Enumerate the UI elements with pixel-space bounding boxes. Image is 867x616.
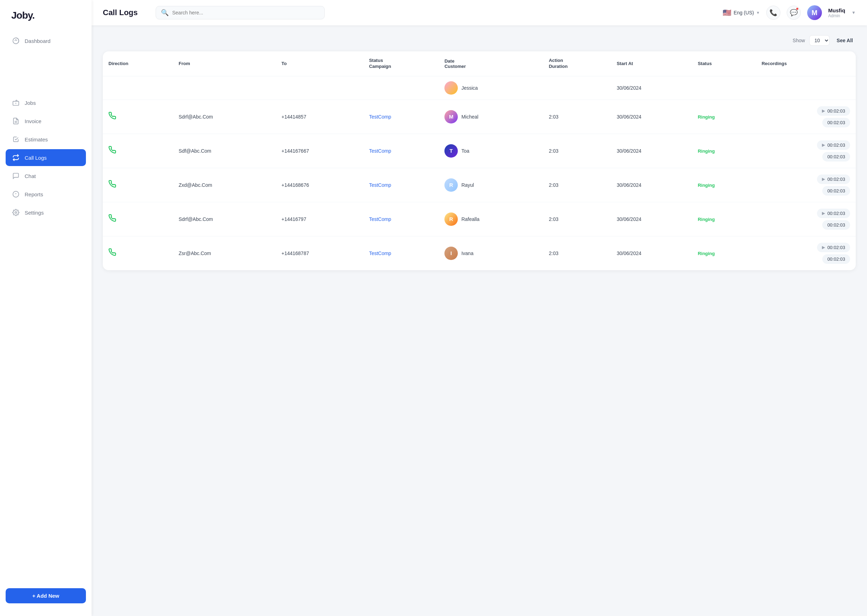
add-new-button[interactable]: + Add New <box>6 588 86 603</box>
customer-cell: I Ivana <box>439 236 543 270</box>
status-badge: Ringing <box>698 148 714 154</box>
settings-icon <box>12 209 20 216</box>
col-status-campaign: StatusCampaign <box>363 51 439 76</box>
col-date-customer: DateCustomer <box>439 51 543 76</box>
recording-item[interactable]: 00:02:03 <box>822 186 850 196</box>
play-chevron-icon: ▶ <box>822 143 825 148</box>
sidebar-item-dashboard[interactable]: Dashboard <box>6 32 86 49</box>
search-input[interactable] <box>172 6 319 19</box>
user-role: Admin <box>828 13 845 18</box>
campaign-link[interactable]: TestComp <box>369 250 391 256</box>
recordings-cell <box>756 76 856 99</box>
sidebar-item-settings[interactable]: Settings <box>6 204 86 221</box>
recordings-cell: ▶ 00:02:03 00:02:03 <box>756 134 856 168</box>
customer-cell: Jessica <box>439 76 543 99</box>
customer-cell: T Toa <box>439 134 543 168</box>
sidebar-item-label: Estimates <box>25 137 48 143</box>
campaign-link[interactable]: TestComp <box>369 182 391 188</box>
recordings-cell: ▶ 00:02:03 00:02:03 <box>756 99 856 134</box>
sidebar-item-invoice[interactable]: Invoice <box>6 113 86 129</box>
sidebar-nav: Dashboard Jobs Invoice Estimates <box>0 32 91 583</box>
col-start-at: Start At <box>611 51 692 76</box>
call-direction-icon <box>109 250 116 258</box>
play-chevron-icon: ▶ <box>822 177 825 182</box>
sidebar-bottom: + Add New <box>0 583 91 609</box>
recording-item[interactable]: ▶ 00:02:03 <box>817 209 850 218</box>
sidebar-item-estimates[interactable]: Estimates <box>6 131 86 148</box>
duration-cell: 2:03 <box>543 168 611 202</box>
campaign-cell[interactable]: TestComp <box>363 202 439 236</box>
sidebar-item-reports[interactable]: Reports <box>6 186 86 203</box>
call-logs-icon <box>12 154 20 162</box>
chat-button[interactable]: 💬 <box>787 6 801 20</box>
search-bar[interactable]: 🔍 <box>156 6 325 19</box>
recordings-cell: ▶ 00:02:03 00:02:03 <box>756 168 856 202</box>
to-cell: +144167667 <box>276 134 363 168</box>
sidebar-item-label: Jobs <box>25 100 36 106</box>
start-at-cell: 30/06/2024 <box>611 168 692 202</box>
customer-cell: M Micheal <box>439 99 543 134</box>
table-row: Jessica 30/06/2024 <box>103 76 856 99</box>
campaign-cell[interactable]: TestComp <box>363 134 439 168</box>
recordings-cell: ▶ 00:02:03 00:02:03 <box>756 236 856 270</box>
recording-duration: 00:02:03 <box>827 245 845 250</box>
recording-item[interactable]: ▶ 00:02:03 <box>817 106 850 116</box>
play-chevron-icon: ▶ <box>822 245 825 250</box>
status-badge: Ringing <box>698 217 714 222</box>
campaign-link[interactable]: TestComp <box>369 148 391 154</box>
show-label: Show <box>793 38 805 43</box>
col-status: Status <box>692 51 756 76</box>
recording-duration: 00:02:03 <box>827 177 845 182</box>
recording-item[interactable]: 00:02:03 <box>822 255 850 264</box>
table-body: Jessica 30/06/2024 Sdrf@Abc.Com +1441485 <box>103 76 856 270</box>
recording-item[interactable]: ▶ 00:02:03 <box>817 140 850 150</box>
user-info: Musfiq Admin <box>828 7 845 18</box>
see-all-button[interactable]: See All <box>834 36 856 45</box>
dashboard-icon <box>12 37 20 45</box>
recording-duration: 00:02:03 <box>827 256 845 262</box>
customer-avatar <box>445 81 458 94</box>
campaign-cell[interactable]: TestComp <box>363 168 439 202</box>
customer-name: Jessica <box>461 85 478 91</box>
user-name: Musfiq <box>828 7 845 13</box>
notification-dot <box>796 7 799 10</box>
direction-cell <box>103 134 173 168</box>
from-cell <box>173 76 276 99</box>
campaign-cell[interactable]: TestComp <box>363 236 439 270</box>
recording-item[interactable]: 00:02:03 <box>822 220 850 230</box>
recording-item[interactable]: ▶ 00:02:03 <box>817 243 850 252</box>
header-right: 🇺🇸 Eng (US) ▼ 📞 💬 M Musfiq Admin ▼ <box>723 5 856 20</box>
recording-item[interactable]: 00:02:03 <box>822 118 850 127</box>
from-cell: Sdrf@Abc.Com <box>173 99 276 134</box>
from-cell: Sdf@Abc.Com <box>173 134 276 168</box>
status-badge: Ringing <box>698 114 714 119</box>
sidebar-item-jobs[interactable]: Jobs <box>6 94 86 111</box>
language-selector[interactable]: 🇺🇸 Eng (US) ▼ <box>723 8 760 17</box>
recording-item[interactable]: ▶ 00:02:03 <box>817 174 850 184</box>
sidebar-item-chat[interactable]: Chat <box>6 167 86 184</box>
customer-name: Ivana <box>461 250 473 256</box>
campaign-link[interactable]: TestComp <box>369 216 391 222</box>
user-menu-chevron[interactable]: ▼ <box>851 10 856 15</box>
customer-avatar: T <box>445 144 458 158</box>
customer-name: Rayul <box>461 182 474 188</box>
customer-avatar: R <box>445 178 458 192</box>
invoice-icon <box>12 117 20 125</box>
show-select[interactable]: 10 20 50 <box>809 35 830 46</box>
recording-duration: 00:02:03 <box>827 222 845 228</box>
from-cell: Zsr@Abc.Com <box>173 236 276 270</box>
phone-button[interactable]: 📞 <box>766 6 780 20</box>
duration-cell: 2:03 <box>543 236 611 270</box>
from-cell: Sdrf@Abc.Com <box>173 202 276 236</box>
campaign-cell[interactable]: TestComp <box>363 99 439 134</box>
campaign-link[interactable]: TestComp <box>369 114 391 119</box>
recording-duration: 00:02:03 <box>827 120 845 125</box>
duration-cell: 2:03 <box>543 202 611 236</box>
search-icon: 🔍 <box>161 9 169 17</box>
customer-name: Micheal <box>461 114 478 119</box>
start-at-cell: 30/06/2024 <box>611 76 692 99</box>
recording-item[interactable]: 00:02:03 <box>822 152 850 162</box>
recording-duration: 00:02:03 <box>827 211 845 216</box>
sidebar-item-call-logs[interactable]: Call Logs <box>6 149 86 166</box>
status-cell: Ringing <box>692 134 756 168</box>
